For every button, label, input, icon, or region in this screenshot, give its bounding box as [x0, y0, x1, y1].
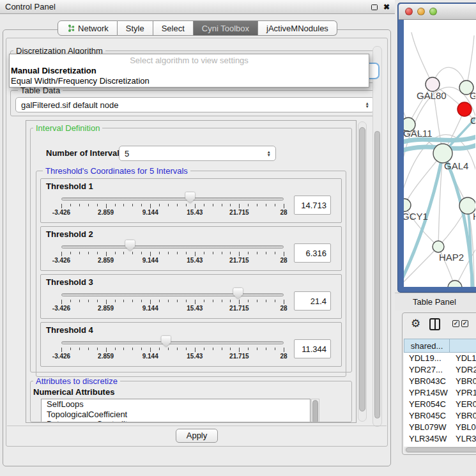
- threshold-value-field[interactable]: 11.344: [294, 339, 331, 358]
- threshold-cell: Threshold 2-3.4262.8599.14415.4321.71528…: [40, 226, 342, 271]
- table-row[interactable]: YDL19...YDL19: [404, 353, 476, 364]
- algorithm-settings-panel: Interval Definition Number of Intervals …: [26, 120, 357, 423]
- column-header-shared[interactable]: shared...: [404, 339, 450, 353]
- network-canvas[interactable]: GAL80GACGAL11GAL4GCY1HHAP2: [404, 20, 476, 287]
- apply-row: Apply: [7, 426, 387, 445]
- table-cell: YBL079W: [450, 422, 476, 433]
- algorithm-option-equal-width-frequency-discretization[interactable]: Equal Width/Frequency Discretization: [10, 76, 369, 86]
- apply-button[interactable]: Apply: [176, 429, 219, 443]
- table-cell: YDR27: [450, 364, 476, 376]
- tab-cyni-toolbox[interactable]: Cyni Toolbox: [194, 20, 258, 36]
- control-panel: Control Panel ✖ NetworkStyleSelectCyni T…: [0, 0, 395, 476]
- node-label: H: [473, 211, 475, 222]
- network-edge[interactable]: [411, 33, 433, 84]
- table-rows: YDL19...YDL19YDR27...YDR27YBR043CYBR043C…: [404, 353, 476, 447]
- tab-style[interactable]: Style: [118, 20, 153, 36]
- table-row[interactable]: YBR043CYBR043C: [404, 376, 476, 387]
- attribute-item[interactable]: TopologicalCoefficient: [42, 410, 310, 420]
- network-node[interactable]: [448, 280, 462, 287]
- table-cell: YLR345W: [450, 433, 476, 445]
- close-icon[interactable]: ✖: [383, 3, 390, 11]
- tick-label: 21.715: [229, 305, 249, 312]
- numerical-attributes-list[interactable]: SelfLoopsTopologicalCoefficientBetweenne…: [41, 399, 311, 422]
- table-cell: YPR145W: [450, 387, 476, 399]
- tick-label: 15.43: [187, 257, 203, 264]
- table-panel-title: Table Panel: [395, 293, 476, 311]
- tab-label: Style: [126, 24, 144, 33]
- zoom-light-icon[interactable]: [429, 8, 437, 15]
- attributes-list-scrollbar[interactable]: [311, 399, 319, 422]
- table-row[interactable]: YBL079WYBL079W: [404, 422, 476, 433]
- gear-icon[interactable]: ⚙: [411, 317, 420, 330]
- checkbox-icon[interactable]: ✓: [461, 320, 468, 327]
- algorithm-option-manual-discretization[interactable]: Manual Discretization: [10, 66, 369, 76]
- slider-thumb[interactable]: [233, 288, 243, 299]
- tick-label: 28: [280, 305, 287, 312]
- threshold-slider[interactable]: -3.4262.8599.14415.4321.71528: [60, 239, 285, 267]
- num-intervals-select[interactable]: 5 ▲▼: [119, 146, 276, 161]
- threshold-label: Threshold 1: [46, 181, 336, 191]
- table-cell: YBR045C: [404, 410, 450, 422]
- network-node-gal80[interactable]: [426, 77, 440, 91]
- table-data-value: galFiltered.sif default node: [21, 100, 118, 110]
- close-light-icon[interactable]: [405, 8, 413, 15]
- table-cell: YBR045C: [450, 410, 476, 422]
- threshold-label: Threshold 2: [46, 229, 336, 239]
- minimize-light-icon[interactable]: [417, 8, 425, 15]
- thresholds-group: Threshold's Coordinates for 5 Intervals …: [36, 166, 346, 377]
- slider-thumb[interactable]: [125, 240, 135, 251]
- tick-label: 21.715: [229, 209, 249, 216]
- network-node-hap2[interactable]: [433, 241, 444, 252]
- tab-label: Select: [162, 24, 185, 33]
- tick-label: 2.859: [98, 209, 114, 216]
- top-tabbar: NetworkStyleSelectCyni ToolboxjActiveMNo…: [0, 20, 395, 36]
- tick-label: 2.859: [98, 257, 114, 264]
- network-node-c[interactable]: [457, 102, 472, 116]
- table-hscrollbar[interactable]: [404, 447, 476, 453]
- table-row[interactable]: YLR345WYLR345W: [404, 433, 476, 445]
- table-header: shared...name: [404, 339, 476, 353]
- threshold-slider[interactable]: -3.4262.8599.14415.4321.71528: [60, 191, 285, 219]
- table-cell: YER054C: [404, 399, 450, 410]
- tab-select[interactable]: Select: [153, 20, 194, 36]
- tick-label: 9.144: [142, 257, 158, 264]
- tab-label: jActiveMNodules: [266, 24, 328, 33]
- threshold-value-field[interactable]: 21.4: [294, 291, 331, 311]
- table-row[interactable]: YER054CYER054C: [404, 399, 476, 410]
- slider-thumb[interactable]: [161, 336, 171, 347]
- attribute-item[interactable]: SelfLoops: [42, 399, 310, 410]
- settings-scrollbar[interactable]: [358, 121, 367, 422]
- control-panel-title: Control Panel: [5, 2, 56, 12]
- threshold-value-field[interactable]: 6.316: [294, 243, 331, 263]
- threshold-slider[interactable]: -3.4262.8599.14415.4321.71528: [60, 287, 285, 315]
- network-window-titlebar: [399, 4, 476, 20]
- slider-thumb[interactable]: [185, 192, 195, 203]
- checkbox-icon[interactable]: ✓: [452, 320, 459, 327]
- tab-jactivemnodules[interactable]: jActiveMNodules: [258, 20, 337, 36]
- column-header-name[interactable]: name: [450, 339, 476, 353]
- num-intervals-value: 5: [125, 149, 129, 158]
- threshold-slider[interactable]: -3.4262.8599.14415.4321.71528: [60, 335, 285, 363]
- split-table-icon[interactable]: [429, 318, 440, 330]
- network-node-gcy1[interactable]: [404, 199, 411, 211]
- table-cell: YDR27...: [404, 364, 450, 376]
- table-row[interactable]: YBR045CYBR045C: [404, 410, 476, 422]
- float-window-icon[interactable]: [371, 4, 378, 10]
- threshold-cell: Threshold 4-3.4262.8599.14415.4321.71528…: [40, 322, 342, 367]
- interval-definition-title: Interval Definition: [33, 123, 102, 133]
- spinner-icon: ▲▼: [365, 98, 369, 112]
- table-cell: YDL19: [450, 353, 476, 364]
- table-row[interactable]: YPR145WYPR145W: [404, 387, 476, 399]
- table-data-select[interactable]: galFiltered.sif default node ▲▼: [15, 97, 374, 112]
- network-edge[interactable]: [466, 36, 474, 88]
- panel-scrollbar[interactable]: [372, 46, 382, 427]
- tab-network[interactable]: Network: [58, 20, 118, 36]
- spinner-icon: ▲▼: [267, 146, 271, 160]
- threshold-label: Threshold 4: [46, 325, 336, 335]
- attribute-item[interactable]: BetweennessCentrality: [42, 419, 310, 422]
- threshold-cell: Threshold 1-3.4262.8599.14415.4321.71528…: [40, 178, 342, 223]
- table-cell: YLR345W: [404, 433, 450, 445]
- tick-label: -3.426: [52, 209, 70, 216]
- table-row[interactable]: YDR27...YDR27: [404, 364, 476, 376]
- threshold-value-field[interactable]: 14.713: [294, 196, 331, 215]
